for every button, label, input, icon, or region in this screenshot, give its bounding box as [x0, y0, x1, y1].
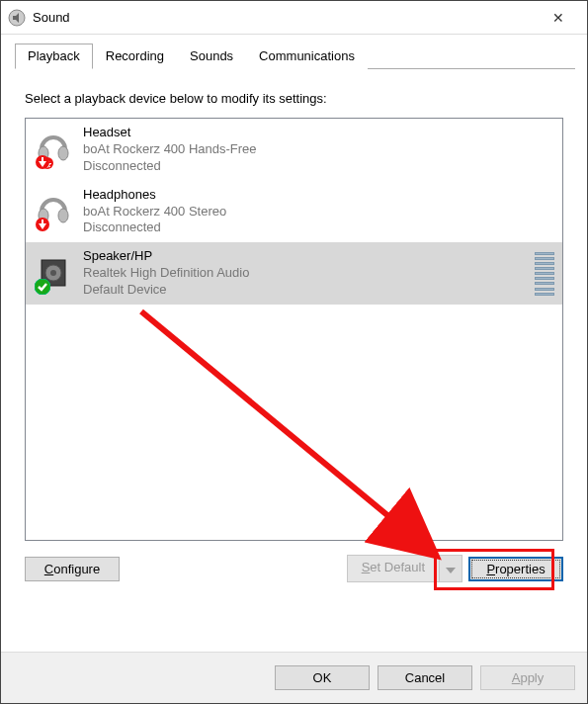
close-button[interactable]: ✕: [536, 1, 581, 35]
device-sub: boAt Rockerz 400 Hands-Free: [83, 141, 554, 158]
tab-recording[interactable]: Recording: [93, 44, 177, 69]
cancel-button[interactable]: Cancel: [378, 665, 472, 690]
title-bar: Sound ✕: [1, 1, 587, 35]
device-name: Speaker/HP: [83, 248, 529, 265]
ok-button[interactable]: OK: [275, 665, 370, 690]
set-default-dropdown: [439, 555, 462, 582]
device-name: Headphones: [83, 187, 554, 204]
device-row-headset[interactable]: Headset boAt Rockerz 400 Hands-Free Disc…: [26, 119, 562, 181]
dialog-button-row: OK Cancel Apply: [1, 652, 587, 703]
svg-point-16: [50, 270, 56, 276]
window-title: Sound: [33, 10, 536, 25]
device-text: Headset boAt Rockerz 400 Hands-Free Disc…: [83, 125, 554, 175]
headset-icon: [34, 130, 73, 169]
tab-communications[interactable]: Communications: [246, 44, 368, 69]
device-row-headphones[interactable]: Headphones boAt Rockerz 400 Stereo Disco…: [26, 181, 562, 243]
playback-panel: Select a playback device below to modify…: [13, 69, 575, 594]
svg-point-11: [58, 209, 68, 222]
speaker-icon: [34, 254, 73, 294]
device-status: Disconnected: [83, 220, 554, 236]
sound-dialog: Sound ✕ Playback Recording Sounds Commun…: [0, 0, 588, 704]
tab-sounds[interactable]: Sounds: [177, 44, 246, 69]
instruction-text: Select a playback device below to modify…: [25, 91, 563, 106]
device-list[interactable]: Headset boAt Rockerz 400 Hands-Free Disc…: [25, 118, 563, 541]
device-name: Headset: [83, 125, 554, 141]
device-status: Disconnected: [83, 158, 554, 175]
tab-strip: Playback Recording Sounds Communications: [15, 43, 575, 69]
dialog-content: Playback Recording Sounds Communications…: [1, 35, 587, 594]
headphones-icon: [34, 192, 73, 231]
device-status: Default Device: [83, 282, 529, 299]
device-text: Headphones boAt Rockerz 400 Stereo Disco…: [83, 187, 554, 237]
configure-button[interactable]: Configure: [25, 557, 120, 581]
set-default-button: Set Default: [347, 555, 462, 582]
tab-playback[interactable]: Playback: [15, 44, 93, 69]
volume-meter: [535, 252, 554, 296]
chevron-down-icon: [446, 568, 456, 573]
svg-marker-18: [446, 568, 456, 573]
properties-button[interactable]: Properties: [468, 557, 563, 581]
device-sub: Realtek High Definition Audio: [83, 265, 529, 282]
device-sub: boAt Rockerz 400 Stereo: [83, 204, 554, 220]
device-text: Speaker/HP Realtek High Definition Audio…: [83, 248, 529, 299]
svg-point-3: [58, 146, 68, 160]
sound-icon: [7, 8, 27, 28]
panel-button-row: Configure Set Default Properties: [25, 555, 563, 582]
device-row-speaker[interactable]: Speaker/HP Realtek High Definition Audio…: [26, 242, 562, 305]
apply-button: Apply: [480, 665, 575, 690]
